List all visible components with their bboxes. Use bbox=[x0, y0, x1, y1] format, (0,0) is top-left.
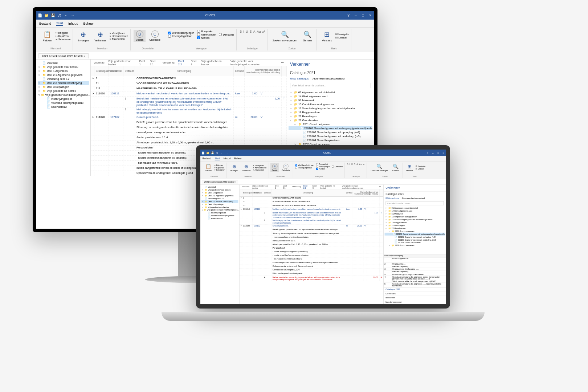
vensters-button[interactable]: ⊞Vensters bbox=[404, 163, 415, 172]
tree-item[interactable]: >📁Deel 2.1 Algemene gegevens bbox=[38, 73, 89, 77]
font-x²-icon[interactable]: x² bbox=[262, 30, 265, 33]
section-tab[interactable]: Deel 3 bbox=[191, 60, 197, 66]
catalog-tree-item[interactable]: >📁01 Algemeen en administratief bbox=[384, 207, 445, 210]
catalog-tree-item[interactable]: 📄220101 Grond ontgraven uit watergang/ge… bbox=[384, 233, 445, 236]
check-notities[interactable]: Notities bbox=[316, 168, 330, 170]
catalog-tree-item[interactable]: >📁17 Verontreinigde grond en verontreini… bbox=[289, 106, 372, 110]
catalog-tree-item[interactable]: 📄220101 Grond ontgraven uit watergang/ge… bbox=[289, 126, 372, 130]
ribbon-item[interactable]: ☑ Navigatie bbox=[335, 33, 349, 36]
font-Aa-icon[interactable]: Aa bbox=[257, 30, 261, 33]
tree-item[interactable]: 📄Voorblad bbox=[38, 61, 89, 65]
section-tab[interactable]: Deel 3 bbox=[313, 184, 318, 189]
grid-row[interactable]: 4Na het vaststellen van de ligging van k… bbox=[240, 276, 383, 281]
section-tab[interactable]: Deel 2.2 bbox=[178, 60, 187, 66]
font-tools[interactable]: B I U S A Aa x² bbox=[240, 30, 265, 33]
maximize-icon[interactable]: □ bbox=[361, 13, 365, 17]
grid-row[interactable]: 11VOORBEREIDENDE WERKZAAMHEDEN bbox=[91, 81, 287, 86]
paste-button[interactable]: 📋Plakken bbox=[204, 163, 213, 172]
close-icon[interactable]: × bbox=[442, 151, 445, 154]
grid-row[interactable]: >111020107102Graven proefsleuf.m20,00V bbox=[240, 225, 383, 228]
grid-row[interactable]: Aantal proefsleuven: 10 st. bbox=[240, 239, 383, 243]
section-tab[interactable]: Vrije gedeelte voor inschrijvingsdocumen… bbox=[230, 60, 277, 66]
ribbon-item[interactable]: × Afzonderen bbox=[110, 38, 128, 40]
tree-item[interactable]: 📄Voorblad bbox=[201, 185, 238, 188]
explorer-section-tab[interactable]: Catalogus 2021 bbox=[383, 287, 446, 292]
check-deficodes[interactable]: Deficodes bbox=[332, 166, 343, 168]
check-notities[interactable]: Notities bbox=[197, 36, 216, 39]
verkenner-button[interactable]: ⊕Verkenner bbox=[241, 163, 252, 172]
font-x²-icon[interactable]: x² bbox=[363, 163, 365, 166]
catalog-tree-item[interactable]: >📁18 Baggerwerken bbox=[289, 110, 372, 114]
minimize-icon[interactable]: – bbox=[354, 13, 358, 17]
grid-row[interactable]: 11VOORBEREIDENDE WERKZAAMHEDEN bbox=[240, 200, 383, 204]
tree-item[interactable]: 📄Verklaring deel 2.2 bbox=[38, 77, 89, 81]
search-input[interactable]: Voer tekst in om te zoeken... bbox=[385, 201, 444, 205]
file-icon[interactable]: 📄 bbox=[38, 13, 42, 17]
tree-item[interactable]: >📁Deel 2.1 Algemene gegevens bbox=[201, 194, 238, 197]
catalog-tree-item[interactable]: >📁51 Makewerk bbox=[384, 213, 445, 216]
explorer-section-tab[interactable]: Bestekken bbox=[383, 296, 446, 300]
grid-row[interactable]: Aantal proefsleuven: 10 st. bbox=[91, 135, 287, 140]
font-B-icon[interactable]: B bbox=[347, 163, 348, 166]
tree-item[interactable]: >📁Deel 1 Algemeen bbox=[201, 191, 238, 194]
bestek-button[interactable]: BBestek bbox=[270, 163, 279, 172]
font-A-icon[interactable]: A bbox=[356, 163, 358, 166]
explorer-section-tab[interactable]: Moederbestekken bbox=[383, 300, 446, 304]
font-A-icon[interactable]: A bbox=[253, 30, 255, 33]
vensters-button[interactable]: ⊞Vensters bbox=[320, 30, 334, 42]
grid-row[interactable]: - voorafgaand aan grondwerkzaamheden. bbox=[91, 130, 287, 135]
catalog-tree-item[interactable]: >📁01 Algemeen en administratief bbox=[289, 90, 372, 94]
grid-row[interactable]: Indien aangetroffen: boven de kabel of l… bbox=[240, 261, 383, 265]
ribbon-item[interactable]: ✂ Knippen bbox=[56, 32, 70, 34]
ga-naar-button[interactable]: 🔍Ga naar bbox=[301, 30, 314, 42]
tree-item[interactable]: v📁Vrije gedeelte voor inschrijvingsdoc..… bbox=[38, 93, 89, 97]
ribbon-item[interactable]: ☑ Lineaal bbox=[416, 168, 425, 170]
check-romptekst[interactable]: Romptekst bbox=[197, 30, 216, 33]
tree-item[interactable]: 📄Kalenderblad bbox=[201, 217, 238, 220]
save-icon[interactable]: 💾 bbox=[211, 151, 214, 154]
catalog-tree-item[interactable]: >📁2202 Grond vervoeren bbox=[384, 244, 445, 247]
redo-icon[interactable]: → bbox=[225, 151, 228, 154]
grid-row[interactable]: Situering: in overleg met de directie na… bbox=[240, 232, 383, 236]
font-I-icon[interactable]: I bbox=[243, 30, 244, 33]
section-tab[interactable]: Deel 1 bbox=[139, 60, 146, 66]
tree-item[interactable]: >📁Vrije gedeelte voor bestek bbox=[201, 188, 238, 191]
catalog-tree-item[interactable]: >📁18 Baggerwerken bbox=[384, 221, 445, 224]
menu-inhoud[interactable]: Inhoud bbox=[68, 22, 78, 25]
section-tab[interactable]: ••• bbox=[281, 61, 284, 64]
calculatie-button[interactable]: CCalculatie bbox=[280, 163, 291, 172]
ribbon-item[interactable]: × Afzonderen bbox=[253, 169, 266, 171]
close-tab-icon[interactable]: × bbox=[234, 181, 236, 183]
catalog-tree-item[interactable]: v📁22 Grondwerken bbox=[289, 118, 372, 122]
tree-item[interactable]: >📁Deel 1 Algemeen bbox=[38, 69, 89, 73]
catalog-tab[interactable]: Algemeen besteksbestand bbox=[402, 197, 425, 199]
document-tab[interactable]: 2021 bestek vanuit 2020 bestek × bbox=[38, 53, 89, 58]
menu-beheer[interactable]: Beheer bbox=[83, 22, 94, 25]
tree-item[interactable]: v📁Vrije gedeelte voor inschrijvingsdoc..… bbox=[201, 209, 238, 212]
tree-item[interactable]: >📁Vrije gedeelte na bestek bbox=[38, 89, 89, 93]
file-icon[interactable]: 📄 bbox=[201, 151, 205, 154]
catalog-tab[interactable]: RAW-catalogus bbox=[290, 77, 309, 80]
grid-row[interactable]: 111MAATREGELEN T.B.V. KABELS EN LEIDINGE… bbox=[240, 204, 383, 208]
tree-item[interactable]: >📁Deel 2.2 Nadere beschrijving bbox=[38, 81, 89, 85]
document-tab[interactable]: 2021 bestek vanuit 2020 bestek × bbox=[202, 180, 238, 184]
section-tab[interactable]: Deel 2.1 bbox=[150, 60, 159, 66]
save-icon[interactable]: 💾 bbox=[51, 13, 55, 17]
catalog-tree-item[interactable]: >📁21 Bemalingen bbox=[289, 114, 372, 118]
section-tab[interactable]: Vrije gedeelte voor bestek bbox=[252, 184, 272, 189]
section-tab[interactable]: ••• bbox=[379, 185, 381, 188]
grid-row[interactable]: 2Met inbegrip van het inventariseren en … bbox=[91, 107, 287, 115]
grid-row[interactable]: Betreft: graven proefsleuven t.b.v. opzo… bbox=[91, 120, 287, 125]
ribbon-item[interactable]: ☑ Lineaal bbox=[335, 36, 349, 39]
catalog-tree-item[interactable]: >📁14 Werk algemene aard bbox=[289, 94, 372, 98]
catalog-tree-item[interactable]: >📁15 Ontplofbare oorlogsresten bbox=[289, 102, 372, 106]
detail-row[interactable]: 5Grondsoort van grond die ontgraven,....… bbox=[383, 283, 446, 287]
check-inschrijvingsstaat[interactable]: Inschrijvingsstaat bbox=[168, 35, 194, 38]
tree-item[interactable]: 📄Voorblad inschrijvingsstaat bbox=[201, 215, 238, 217]
ribbon-item[interactable]: ☑ Navigatie bbox=[416, 166, 425, 168]
font-tools[interactable]: B I U S A Aa x² bbox=[347, 163, 365, 166]
detail-row[interactable]: Vol af, vermoedelijke dat wordt aangenom… bbox=[383, 280, 446, 283]
font-I-icon[interactable]: I bbox=[350, 163, 350, 166]
redo-icon[interactable]: → bbox=[70, 13, 75, 17]
menu-bestand[interactable]: Bestand bbox=[203, 157, 211, 160]
